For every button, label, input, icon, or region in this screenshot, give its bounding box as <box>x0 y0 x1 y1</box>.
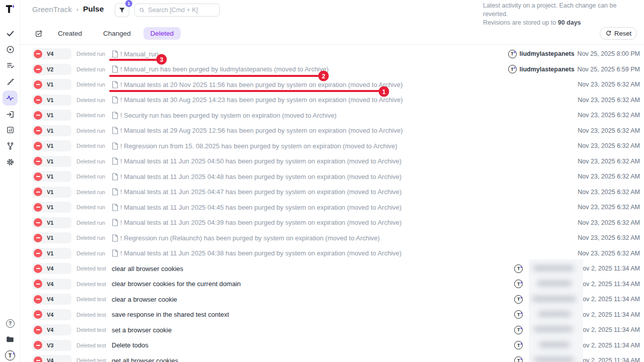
file-icon <box>112 81 118 88</box>
filter-count-badge: 1 <box>125 0 132 7</box>
row-meta: Nov 23, 2025 6:32 AM <box>578 142 640 149</box>
sidebar-item-pulse[interactable] <box>0 90 20 106</box>
version-badge: V1 <box>32 140 71 151</box>
file-icon <box>112 127 118 134</box>
version-label: V1 <box>47 220 53 226</box>
sidebar-item-steps[interactable] <box>0 73 20 89</box>
timestamp: Nov 2, 2025 11:34 AM <box>578 357 640 362</box>
avatar: T <box>508 65 517 73</box>
file-icon <box>112 173 118 180</box>
deleted-minus-icon <box>34 65 42 73</box>
table-row[interactable]: V1Deleted run! Manual tests at 11 Jun 20… <box>20 185 644 200</box>
entity-title-wrap: clear browser cookies for the current do… <box>112 280 241 288</box>
timestamp: Nov 23, 2025 6:32 AM <box>578 234 640 241</box>
sidebar-item-help[interactable]: ? <box>0 315 20 331</box>
row-meta: TNov 2, 2025 11:34 AM <box>514 341 640 349</box>
table-row[interactable]: V1Deleted run! Security run has been pur… <box>20 108 644 123</box>
deleted-minus-icon <box>34 188 42 196</box>
table-row[interactable]: V1Deleted run! Regression run (Relaunch)… <box>20 230 644 246</box>
version-label: V1 <box>47 235 53 241</box>
sidebar-item-profile[interactable]: T <box>0 347 20 362</box>
table-row[interactable]: V1Deleted run! Regression run from 15. 0… <box>20 138 644 154</box>
timestamp: Nov 2, 2025 11:34 AM <box>578 311 640 318</box>
version-label: V1 <box>47 128 53 134</box>
reset-button[interactable]: Reset <box>600 27 637 40</box>
table-row[interactable]: V4Deleted testclear a browser cookieTNov… <box>20 292 644 307</box>
table-row[interactable]: V4Deleted testclear browser cookies for … <box>20 277 644 292</box>
sidebar-item-runs[interactable] <box>0 41 20 57</box>
tab-changed[interactable]: Changed <box>95 27 139 40</box>
sidebar-item-tests[interactable] <box>0 25 20 41</box>
sidebar-item-branches[interactable] <box>0 138 20 154</box>
timestamp: Nov 23, 2025 6:32 AM <box>578 173 640 180</box>
deleted-minus-icon <box>34 356 42 362</box>
reset-label: Reset <box>614 30 631 37</box>
redacted-username <box>526 299 575 300</box>
sidebar-item-settings[interactable] <box>0 154 20 170</box>
version-badge: V4 <box>32 263 71 274</box>
timestamp: Nov 23, 2025 6:32 AM <box>578 158 640 165</box>
version-badge: V1 <box>32 187 71 198</box>
deleted-minus-icon <box>34 157 42 165</box>
entity-title-wrap: save response in the shared test context <box>112 311 229 318</box>
entity-title: ! Manual tests at 30 Aug 2025 14:23 has … <box>120 96 403 104</box>
deleted-minus-icon <box>34 295 42 304</box>
table-row[interactable]: V1Deleted run! Manual tests at 11 Jun 20… <box>20 246 644 261</box>
entity-title: save response in the shared test context <box>112 311 229 318</box>
row-meta: Nov 23, 2025 6:32 AM <box>578 112 640 119</box>
version-badge: V1 <box>32 110 71 121</box>
table-row[interactable]: V1Deleted run! Manual tests at 20 Nov 20… <box>20 77 644 93</box>
tab-created[interactable]: Created <box>49 27 91 40</box>
action-label: Deleted run <box>76 66 107 72</box>
sidebar-item-plans[interactable] <box>0 57 20 73</box>
version-label: V4 <box>47 312 53 318</box>
entity-title: ! Manual tests at 11 Jun 2025 04:48 has … <box>120 173 401 180</box>
timestamp: Nov 23, 2025 6:32 AM <box>578 189 640 196</box>
table-row[interactable]: V4Deleted testclear all browser cookiesT… <box>20 261 644 277</box>
table-row[interactable]: V4Deleted run! Manual_runTliudmylastepan… <box>20 46 644 62</box>
entity-title: Delete todos <box>112 341 148 349</box>
bulk-edit-icon[interactable] <box>32 27 45 40</box>
sidebar-item-analytics[interactable] <box>0 122 20 138</box>
breadcrumb-project-link[interactable]: GreenTrack <box>32 5 72 14</box>
sidebar: ? T <box>0 0 20 362</box>
row-meta: Nov 23, 2025 6:32 AM <box>578 81 640 88</box>
timestamp: Nov 23, 2025 6:32 AM <box>578 112 640 119</box>
page-title: Pulse <box>83 5 104 14</box>
timestamp: Nov 2, 2025 11:34 AM <box>578 296 640 303</box>
version-badge: V1 <box>32 95 71 106</box>
table-row[interactable]: V4Deleted testsave response in the share… <box>20 307 644 323</box>
version-badge: V3 <box>32 340 71 351</box>
sidebar-item-import[interactable] <box>0 106 20 122</box>
table-row[interactable]: V2Deleted run! Manual_run has been purge… <box>20 62 644 77</box>
table-row[interactable]: V4Deleted testset a browser cookieTNov 2… <box>20 322 644 338</box>
sidebar-item-projects[interactable] <box>0 331 20 347</box>
table-row[interactable]: V4Deleted testget all browser cookiesTNo… <box>20 353 644 362</box>
search-input[interactable] <box>148 7 215 14</box>
version-label: V1 <box>47 204 53 210</box>
table-row[interactable]: V1Deleted run! Manual tests at 11 Jun 20… <box>20 200 644 215</box>
tab-deleted[interactable]: Deleted <box>143 27 181 40</box>
entity-title-wrap: ! Manual tests at 11 Jun 2025 04:50 has … <box>112 157 401 165</box>
version-label: V4 <box>47 327 53 333</box>
table-row[interactable]: V1Deleted run! Manual tests at 11 Jun 20… <box>20 154 644 169</box>
version-label: V2 <box>47 66 53 72</box>
avatar: T <box>514 310 523 319</box>
avatar: T <box>514 326 523 334</box>
app-logo[interactable] <box>0 3 20 15</box>
search-box[interactable] <box>134 4 220 17</box>
table-row[interactable]: V1Deleted run! Manual tests at 30 Aug 20… <box>20 93 644 108</box>
table-row[interactable]: V3Deleted testDelete todosTNov 2, 2025 1… <box>20 338 644 353</box>
table-row[interactable]: V1Deleted run! Manual tests at 11 Jun 20… <box>20 215 644 231</box>
header-info-text: Latest activity on a project. Each chang… <box>483 2 640 27</box>
entity-title: ! Manual tests at 20 Nov 2025 11:56 has … <box>120 81 403 88</box>
timestamp: Nov 25, 2025 8:00 PM <box>578 50 640 57</box>
check-icon <box>3 26 18 41</box>
deleted-minus-icon <box>34 341 42 349</box>
avatar: T <box>514 280 523 288</box>
table-row[interactable]: V1Deleted run! Manual tests at 11 Jun 20… <box>20 169 644 185</box>
entity-title-wrap: ! Manual_run has been purged by liudmyla… <box>112 65 329 73</box>
table-row[interactable]: V1Deleted run! Manual tests at 29 Aug 20… <box>20 123 644 139</box>
version-label: V1 <box>47 143 53 149</box>
entity-title: ! Manual tests at 11 Jun 2025 04:38 has … <box>120 249 401 257</box>
